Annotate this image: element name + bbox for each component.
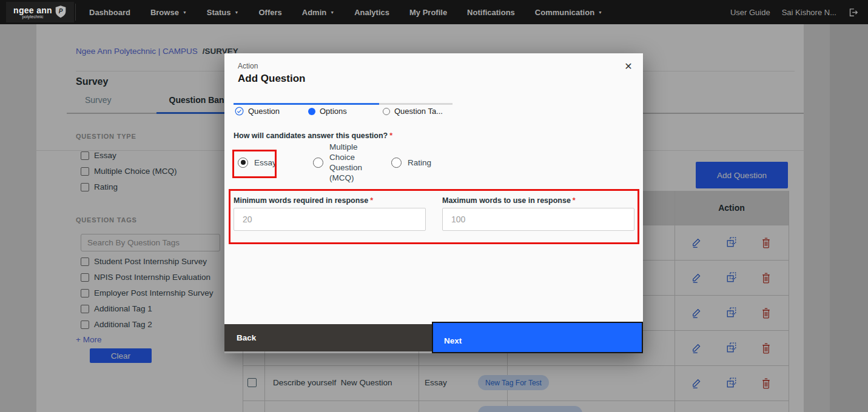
chevron-down-icon: ▼ <box>330 10 334 15</box>
nav-item-my-profile[interactable]: My Profile <box>409 8 447 17</box>
nav-divider <box>75 4 76 21</box>
check-circle-icon <box>235 107 244 116</box>
next-button[interactable]: Next <box>432 322 643 353</box>
field-input-minimum-words-required-in-response[interactable] <box>234 208 426 231</box>
step-question-ta[interactable]: Question Ta... <box>383 107 443 116</box>
field-input-maximum-words-to-use-in-response[interactable] <box>442 208 634 231</box>
todo-step-circle-icon <box>383 108 390 115</box>
radio-icon[interactable] <box>391 158 402 168</box>
nav-item-communication[interactable]: Communication▼ <box>535 8 602 17</box>
top-nav: ngee ann polytechnic P DashboardBrowse▼S… <box>0 0 868 24</box>
nav-item-dashboard[interactable]: Dashboard <box>89 8 130 17</box>
answer-option-rating[interactable]: Rating <box>391 152 431 173</box>
radio-icon[interactable] <box>238 158 248 168</box>
user-guide-link[interactable]: User Guide <box>730 8 770 17</box>
answer-option-multiple-choice-question-mcq[interactable]: Multiple Choice Question (MCQ) <box>313 142 377 182</box>
stepper: QuestionOptionsQuestion Ta... <box>234 107 476 119</box>
modal-body: Action Add Question ✕ QuestionOptionsQue… <box>224 53 643 324</box>
step-question[interactable]: Question <box>235 107 280 116</box>
answer-option-essay[interactable]: Essay <box>238 152 277 173</box>
logo-text: ngee ann polytechnic <box>13 6 52 19</box>
nav-items: DashboardBrowse▼Status▼OffersAdmin▼Analy… <box>89 0 602 24</box>
field-label-maximum-words-to-use-in-response: Maximum words to use in response* <box>442 196 576 205</box>
field-label-minimum-words-required-in-response: Minimum words required in response* <box>234 196 373 205</box>
close-icon[interactable]: ✕ <box>622 61 634 73</box>
chevron-down-icon: ▼ <box>598 10 602 15</box>
active-step-dot-icon <box>308 108 315 115</box>
nav-item-offers[interactable]: Offers <box>258 8 281 17</box>
modal-kicker: Action <box>238 62 258 70</box>
nav-item-browse[interactable]: Browse▼ <box>150 8 187 17</box>
user-menu[interactable]: Sai Kishore N... <box>782 8 836 17</box>
logo[interactable]: ngee ann polytechnic P <box>6 2 74 22</box>
logout-icon[interactable] <box>848 7 858 18</box>
radio-icon[interactable] <box>313 158 323 168</box>
nav-item-analytics[interactable]: Analytics <box>354 8 389 17</box>
answer-type-question-label: How will candidates answer this question… <box>234 131 392 140</box>
add-question-modal: Action Add Question ✕ QuestionOptionsQue… <box>224 53 643 353</box>
nav-right: User Guide Sai Kishore N... <box>730 0 858 24</box>
svg-text:P: P <box>59 8 63 15</box>
step-progress-track <box>234 103 453 105</box>
step-options[interactable]: Options <box>308 107 347 116</box>
nav-item-admin[interactable]: Admin▼ <box>302 8 334 17</box>
back-button[interactable]: Back <box>224 324 432 351</box>
nav-item-status[interactable]: Status▼ <box>207 8 239 17</box>
nav-item-notifications[interactable]: Notifications <box>467 8 515 17</box>
chevron-down-icon: ▼ <box>183 10 187 15</box>
chevron-down-icon: ▼ <box>235 10 239 15</box>
modal-title: Add Question <box>238 73 305 85</box>
step-progress-fill <box>234 103 379 105</box>
shield-logo-icon: P <box>55 5 67 19</box>
required-asterisk: * <box>389 131 392 140</box>
